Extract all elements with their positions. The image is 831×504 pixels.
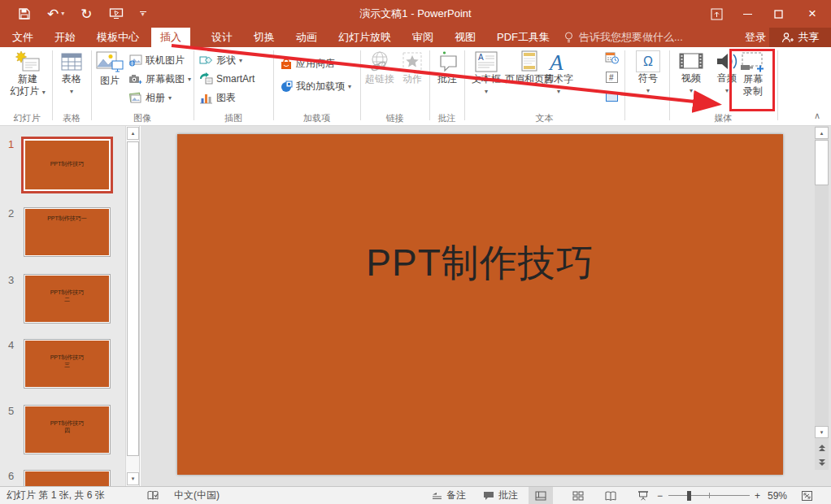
tab-review[interactable]: 审阅 [412,28,433,47]
slide-thumbnail-1[interactable]: PPT制作技巧 [21,137,113,193]
group-label-tables: 表格 [52,112,91,124]
customize-qat-icon[interactable]: ▾ [140,11,146,16]
table-dropdown-icon: ▾ [70,85,73,98]
tell-me-box[interactable]: 告诉我您想要做什么... [564,28,683,47]
symbol-button[interactable]: Ω 符号 ▾ [632,50,664,97]
window-controls: × [701,0,831,28]
ribbon-display-options-icon[interactable] [701,0,732,28]
slide-number-button[interactable]: # [605,71,619,84]
screenshot-icon [128,73,142,85]
scroll-down-icon[interactable]: ▾ [815,426,829,438]
online-pictures-button[interactable]: 联机图片 [128,54,185,67]
slide-thumbnail-4[interactable]: PPT制作技巧三 [24,339,111,389]
header-footer-icon [519,50,540,73]
group-label-links: 链接 [360,112,429,124]
tab-transitions[interactable]: 切换 [254,28,275,47]
spell-check-icon[interactable] [147,487,159,504]
annotation-highlight-box [729,49,775,111]
date-time-button[interactable] [605,51,619,64]
thumbnail-scrollbar[interactable]: ▴ ▾ [125,126,139,486]
reading-view-icon [605,491,616,501]
tab-insert[interactable]: 插入 [151,28,190,47]
slideshow-view-button[interactable] [631,487,655,504]
photo-album-dropdown-icon: ▾ [168,94,172,102]
tab-home[interactable]: 开始 [54,28,76,47]
slide-thumbnail-6[interactable] [24,470,111,486]
redo-icon[interactable]: ↻ [80,7,92,21]
previous-slide-icon[interactable] [815,441,829,454]
video-icon [678,50,704,72]
wordart-button[interactable]: A 艺术字 ▾ [542,50,576,98]
maximize-icon[interactable] [763,0,794,28]
slide-title-text[interactable]: PPT制作技巧 [177,238,783,289]
scroll-down-icon[interactable]: ▾ [127,472,139,485]
minimize-icon[interactable] [732,0,763,28]
my-addins-button[interactable]: 我的加载项 ▾ [280,80,351,93]
scroll-up-icon[interactable]: ▴ [815,127,829,139]
slide-counter[interactable]: 幻灯片 第 1 张, 共 6 张 [7,487,105,504]
fit-to-window-button[interactable] [801,487,813,504]
slide-thumbnail-panel: 1 PPT制作技巧 2 PPT制作技巧一 3 PPT制作技巧二 4 PPT制作技… [0,126,140,486]
smartart-button[interactable]: SmartArt [199,72,255,85]
slide-sorter-view-button[interactable] [566,487,590,504]
tab-view[interactable]: 视图 [455,28,476,47]
zoom-in-button[interactable]: + [755,487,760,504]
start-slideshow-icon[interactable] [109,7,124,20]
slide-number: 5 [8,405,14,417]
sign-in-link[interactable]: 登录 [745,28,766,47]
text-box-icon: A [474,50,498,73]
close-icon[interactable]: × [794,0,831,28]
store-button[interactable]: 应用商店 [280,57,335,71]
comment-button[interactable]: 批注 [431,50,463,85]
comments-icon [483,491,494,501]
video-button[interactable]: 视频 ▾ [675,50,707,97]
collapse-ribbon-icon[interactable]: ∧ [814,111,820,121]
photo-album-button[interactable]: 相册 ▾ [128,91,172,105]
my-addins-dropdown-icon: ▾ [348,83,351,90]
zoom-out-button[interactable]: − [657,487,663,504]
picture-button[interactable]: 图片 [93,50,127,87]
normal-view-button[interactable] [529,487,553,504]
language-indicator[interactable]: 中文(中国) [174,487,220,504]
smartart-icon [199,72,213,85]
scroll-up-icon[interactable]: ▴ [127,127,139,140]
comments-toggle[interactable]: 批注 [483,487,518,504]
chart-button[interactable]: 图表 [199,91,236,105]
normal-view-icon [535,491,546,501]
scrollbar-thumb[interactable] [127,141,139,456]
undo-icon[interactable]: ↶▾ [47,7,64,21]
canvas-scrollbar[interactable]: ▴ ▾ [815,126,829,486]
zoom-level[interactable]: 59% [768,487,787,504]
next-slide-icon[interactable] [815,456,829,468]
notes-toggle[interactable]: 备注 [432,487,466,504]
svg-text:A: A [548,50,563,73]
quick-access-toolbar: ↶▾ ↻ ▾ [0,0,146,28]
group-label-illustrations: 插图 [194,112,273,124]
group-label-media: 媒体 [669,112,777,124]
save-icon[interactable] [18,7,31,20]
tab-design[interactable]: 设计 [211,28,233,47]
group-label-addins: 加载项 [273,112,360,124]
text-box-button[interactable]: A 文本框 ▾ [468,50,504,98]
tab-pdf-tools[interactable]: PDF工具集 [497,28,550,47]
slide-canvas[interactable]: PPT制作技巧 [177,134,783,475]
scrollbar-thumb[interactable] [815,140,829,185]
new-slide-button[interactable]: 新建 幻灯片 ▾ [7,50,49,98]
tab-template-center[interactable]: 模板中心 [97,28,139,47]
share-button[interactable]: 共享 [769,28,831,47]
zoom-slider-thumb[interactable] [687,491,691,501]
tab-animations[interactable]: 动画 [296,28,317,47]
screenshot-button[interactable]: 屏幕截图 ▾ [128,72,191,86]
table-button[interactable]: 表格 ▾ [54,50,89,98]
slide-thumbnail-3[interactable]: PPT制作技巧二 [24,274,111,324]
slide-thumbnail-2[interactable]: PPT制作技巧一 [24,207,111,257]
object-icon [605,90,619,103]
object-button[interactable] [605,90,619,103]
reading-view-button[interactable] [598,487,623,504]
svg-text:A: A [478,53,484,62]
shapes-button[interactable]: 形状 ▾ [199,54,242,67]
tab-file[interactable]: 文件 [12,28,33,47]
slide-thumbnail-5[interactable]: PPT制作技巧四 [24,405,111,454]
tab-slideshow[interactable]: 幻灯片放映 [338,28,391,47]
undo-dropdown-icon[interactable]: ▾ [61,11,64,17]
